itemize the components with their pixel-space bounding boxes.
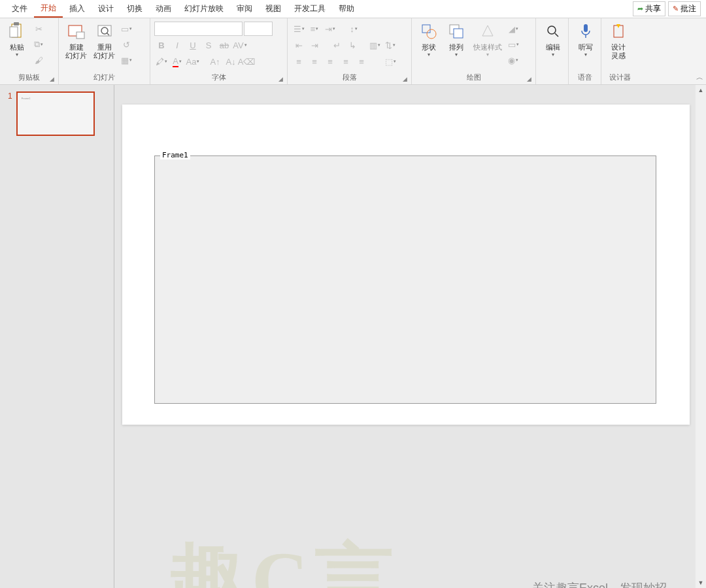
new-slide-button[interactable]: 新建 幻灯片 xyxy=(63,20,90,71)
text-dir-button[interactable]: ⇅▾ xyxy=(383,38,397,52)
paragraph-launcher[interactable]: ◢ xyxy=(403,76,407,82)
collapse-ribbon-button[interactable]: ︿ xyxy=(696,73,703,82)
quickstyle-button[interactable]: 快速样式 ▾ xyxy=(471,20,505,71)
cut-button[interactable]: ✂ xyxy=(31,22,46,36)
arrange-button[interactable]: 排列 ▾ xyxy=(443,20,469,71)
font-color-button[interactable]: A▾ xyxy=(170,54,184,69)
shrink-font-button[interactable]: A↓ xyxy=(224,54,238,69)
group-font: B I U S ab AV▾ 🖍▾ A▾ Aa▾ A↑ A↓ A⌫ 字体◢ xyxy=(150,18,288,84)
drawing-group-label: 绘图 xyxy=(467,73,481,81)
svg-rect-11 xyxy=(454,29,463,38)
tab-devtools[interactable]: 开发工具 xyxy=(288,1,332,17)
shape-effects-button[interactable]: ◉▾ xyxy=(506,53,520,67)
find-button[interactable]: 编辑 ▾ xyxy=(540,20,566,73)
tab-design[interactable]: 设计 xyxy=(92,1,120,17)
slide[interactable]: Frame1 xyxy=(122,105,690,425)
shape-fill-button[interactable]: ◢▾ xyxy=(506,22,520,36)
reset-button[interactable]: ↺ xyxy=(119,37,133,52)
columns-button[interactable]: ▥▾ xyxy=(367,38,382,52)
bullets-button[interactable]: ☰▾ xyxy=(292,22,306,36)
section-button[interactable]: ▦▾ xyxy=(119,53,133,67)
align-right-button[interactable]: ≡ xyxy=(323,54,337,69)
frame-control[interactable]: Frame1 xyxy=(154,155,656,404)
paste-button[interactable]: 粘贴 ▾ xyxy=(4,20,30,71)
align-justify-button[interactable]: ≡ xyxy=(339,54,353,69)
char-spacing-button[interactable]: AV▾ xyxy=(233,38,247,52)
underline-button[interactable]: U xyxy=(186,38,200,52)
shapes-button[interactable]: 形状 ▾ xyxy=(416,20,442,71)
scroll-up-button[interactable]: ▲ xyxy=(696,85,706,95)
frame-caption: Frame1 xyxy=(160,151,190,159)
line-spacing-button[interactable]: ↕▾ xyxy=(346,22,361,36)
slide-canvas-area[interactable]: ↖ Frame1 趣C言 关注趣言Excel，发现妙招 xyxy=(114,85,706,588)
bold-button[interactable]: B xyxy=(154,38,169,52)
highlight-button[interactable]: 🖍▾ xyxy=(154,54,169,69)
italic-button[interactable]: I xyxy=(170,38,184,52)
format-painter-button[interactable]: 🖌 xyxy=(31,53,46,67)
ltr-button[interactable]: ↵ xyxy=(329,38,344,52)
drawing-launcher[interactable]: ◢ xyxy=(527,76,531,82)
reuse-slide-label: 重用 幻灯片 xyxy=(93,43,115,60)
svg-point-12 xyxy=(548,26,556,34)
svg-rect-8 xyxy=(422,25,430,33)
group-clipboard: 粘贴 ▾ ✂ ⧉▾ 🖌 剪贴板◢ xyxy=(0,18,59,84)
reuse-slide-button[interactable]: 重用 幻灯片 xyxy=(91,20,118,71)
layout-button[interactable]: ▭▾ xyxy=(119,22,133,36)
change-case-button[interactable]: Aa▾ xyxy=(186,54,200,69)
tab-view[interactable]: 视图 xyxy=(259,1,288,17)
align-distrib-button[interactable]: ≡ xyxy=(354,54,369,69)
designer-button[interactable]: 设计 灵感 xyxy=(605,20,631,71)
dec-indent-button[interactable]: ⇤ xyxy=(292,38,306,52)
svg-rect-1 xyxy=(14,22,19,25)
list-level-button[interactable]: ⇥▾ xyxy=(323,22,337,36)
inc-indent-button[interactable]: ⇥ xyxy=(307,38,322,52)
tab-home[interactable]: 开始 xyxy=(34,0,63,18)
workspace: 1 Frame1 ↖ Frame1 趣C言 关注趣言Excel，发现妙招 xyxy=(0,85,706,588)
tab-transition[interactable]: 切换 xyxy=(120,1,149,17)
share-label: 共享 xyxy=(645,3,661,14)
font-name-input[interactable] xyxy=(154,22,243,36)
numbering-button[interactable]: ≡▾ xyxy=(307,22,322,36)
menu-bar: 文件 开始 插入 设计 切换 动画 幻灯片放映 审阅 视图 开发工具 帮助 ➦共… xyxy=(0,0,706,18)
clipboard-launcher[interactable]: ◢ xyxy=(50,76,54,82)
group-slides: 新建 幻灯片 重用 幻灯片 ▭▾ ↺ ▦▾ 幻灯片 xyxy=(59,18,150,84)
scissors-icon: ✂ xyxy=(35,24,42,34)
tab-review[interactable]: 审阅 xyxy=(230,1,259,17)
tab-slideshow[interactable]: 幻灯片放映 xyxy=(178,1,230,17)
shadow-button[interactable]: S xyxy=(201,38,216,52)
copy-icon: ⧉ xyxy=(34,39,40,50)
copy-button[interactable]: ⧉▾ xyxy=(31,37,46,52)
new-slide-label: 新建 幻灯片 xyxy=(65,43,87,60)
scroll-down-button[interactable]: ▼ xyxy=(696,578,706,588)
tab-file[interactable]: 文件 xyxy=(5,1,34,17)
share-button[interactable]: ➦共享 xyxy=(633,1,665,16)
grow-font-button[interactable]: A↑ xyxy=(208,54,222,69)
clear-format-button[interactable]: A⌫ xyxy=(239,54,254,69)
group-designer: 设计 灵感 设计器 xyxy=(601,18,638,84)
group-editing: 编辑 ▾ xyxy=(536,18,569,84)
vertical-scrollbar[interactable]: ▲ ▼ xyxy=(696,85,706,588)
annotate-button[interactable]: ✎批注 xyxy=(668,1,701,16)
font-size-input[interactable] xyxy=(244,22,273,36)
shape-outline-button[interactable]: ▭▾ xyxy=(506,37,520,52)
tab-animation[interactable]: 动画 xyxy=(149,1,178,17)
designer-group-label: 设计器 xyxy=(609,73,631,81)
slide-thumbnail[interactable]: Frame1 xyxy=(16,91,95,136)
quickstyle-label: 快速样式 xyxy=(473,43,502,52)
search-icon xyxy=(543,21,563,42)
ribbon: 粘贴 ▾ ✂ ⧉▾ 🖌 剪贴板◢ 新建 幻灯片 重用 幻灯片 ▭▾ ↺ xyxy=(0,18,706,85)
chevron-down-icon: ▾ xyxy=(16,52,18,57)
smartart-button[interactable]: ⬚▾ xyxy=(383,54,397,69)
align-left-button[interactable]: ≡ xyxy=(292,54,306,69)
tab-insert[interactable]: 插入 xyxy=(63,1,92,17)
tab-help[interactable]: 帮助 xyxy=(332,1,361,17)
dictate-label: 听写 xyxy=(579,43,593,52)
paragraph-group-label: 段落 xyxy=(343,73,357,81)
font-launcher[interactable]: ◢ xyxy=(278,76,283,82)
group-dictate: 听写 ▾ 语音 xyxy=(569,18,601,84)
dictate-button[interactable]: 听写 ▾ xyxy=(573,20,599,71)
brush-icon: 🖌 xyxy=(35,56,43,65)
rtl-button[interactable]: ↳ xyxy=(345,38,360,52)
align-center-button[interactable]: ≡ xyxy=(307,54,322,69)
strike-button[interactable]: ab xyxy=(217,38,231,52)
